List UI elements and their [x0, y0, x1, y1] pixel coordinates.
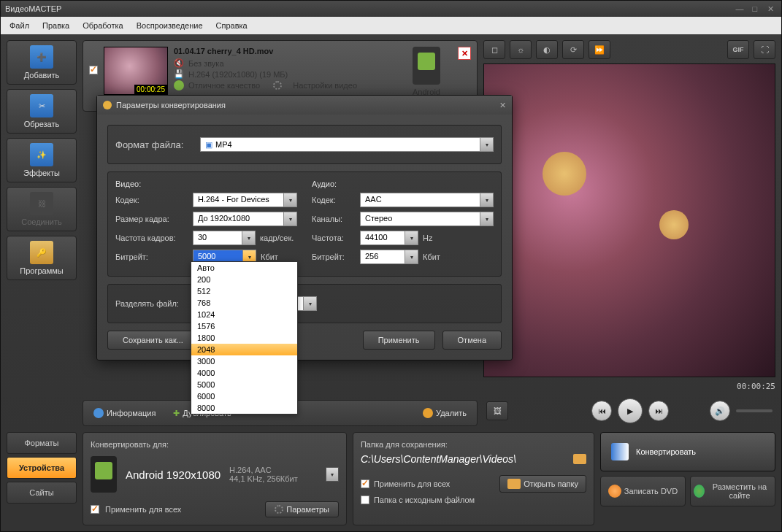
minimize-icon[interactable]: — [733, 4, 746, 13]
menu-file[interactable]: Файл [4, 19, 35, 32]
sidebar-trim[interactable]: ✂Обрезать [7, 89, 77, 134]
format-combo[interactable]: ▣MP4 [200, 137, 480, 152]
v-codec-combo[interactable]: H.264 - For Devices [193, 193, 284, 207]
video-preview[interactable] [483, 63, 775, 377]
file-checkbox[interactable] [89, 66, 98, 74]
convert-button[interactable]: Конвертировать [600, 432, 775, 471]
params-button[interactable]: Параметры [265, 501, 339, 517]
v-fps-dropdown-button[interactable]: ▾ [242, 231, 256, 245]
info-button[interactable]: Информация [88, 405, 161, 421]
apply-all-checkbox[interactable] [91, 505, 99, 514]
sidebar-join: ⛓Соединить [7, 187, 77, 231]
device-spec1: H.264, AAC [229, 466, 298, 474]
dropdown-option[interactable]: 1024 [191, 309, 297, 320]
dropdown-option[interactable]: 6000 [191, 390, 297, 402]
a-freq-dropdown-button[interactable]: ▾ [405, 231, 418, 245]
contrast-icon[interactable]: ◐ [536, 40, 558, 59]
tab-devices[interactable]: Устройства [7, 457, 77, 479]
a-bitrate-combo[interactable]: 256 [360, 250, 405, 264]
device-dropdown-button[interactable]: ▾ [326, 467, 339, 482]
a-codec-combo[interactable]: AAC [360, 193, 480, 207]
open-folder-button[interactable]: Открыть папку [499, 475, 586, 493]
play-button[interactable]: ▶ [618, 398, 643, 423]
a-bitrate-dropdown-button[interactable]: ▾ [405, 250, 418, 264]
prev-button[interactable]: ⏮ [591, 401, 612, 421]
volume-button[interactable]: 🔊 [710, 401, 730, 421]
rotate-icon[interactable]: ⟳ [562, 40, 584, 59]
menu-help[interactable]: Справка [210, 19, 253, 32]
quality-icon [174, 80, 184, 90]
tab-formats[interactable]: Форматы [7, 432, 77, 454]
dialog-title: Параметры конвертирования [116, 101, 226, 109]
apply-all2-checkbox[interactable] [361, 479, 369, 488]
dropdown-option[interactable]: 8000 [191, 402, 297, 414]
a-freq-combo[interactable]: 44100 [360, 231, 405, 245]
dropdown-option[interactable]: 512 [191, 285, 297, 297]
cancel-button[interactable]: Отмена [442, 331, 502, 350]
a-bitrate-unit: Кбит [423, 252, 459, 261]
app-title: ВидеоМАСТЕР [5, 4, 61, 13]
sidebar-add-label: Добавить [24, 71, 60, 80]
speed-icon[interactable]: ⏩ [589, 40, 610, 59]
film-add-icon: ➕ [30, 45, 53, 69]
disk-icon: 💾 [174, 69, 184, 79]
v-fps-combo[interactable]: 30 [193, 231, 242, 245]
next-button[interactable]: ⏭ [648, 401, 669, 421]
crop-icon[interactable]: ◻ [483, 40, 505, 59]
dropdown-option[interactable]: 3000 [191, 355, 297, 367]
gif-button[interactable]: GIF [727, 40, 749, 59]
bitrate-dropdown-list[interactable]: Авто200512768102415761800204830004000500… [191, 261, 298, 415]
sidebar-programs[interactable]: 🔑Программы [7, 236, 77, 280]
dropdown-option[interactable]: 768 [191, 297, 297, 309]
menu-process[interactable]: Обработка [77, 19, 129, 32]
sidebar-programs-label: Программы [20, 266, 63, 275]
a-channels-dropdown-button[interactable]: ▾ [480, 212, 494, 226]
burn-dvd-button[interactable]: Записать DVD [600, 476, 686, 506]
split-dropdown-button[interactable]: ▾ [304, 296, 317, 311]
a-channels-combo[interactable]: Стерео [360, 212, 480, 226]
v-size-combo[interactable]: До 1920x1080 [193, 212, 284, 226]
v-codec-dropdown-button[interactable]: ▾ [284, 193, 297, 207]
volume-slider[interactable] [736, 409, 773, 412]
close-icon[interactable]: ✕ [764, 4, 777, 14]
maximize-icon[interactable]: □ [748, 4, 762, 13]
delete-button[interactable]: Удалить [417, 405, 472, 421]
mute-icon: 🔇 [174, 58, 184, 68]
menu-edit[interactable]: Правка [37, 19, 75, 32]
browse-folder-button[interactable] [573, 454, 586, 464]
file-settings[interactable]: Настройки видео [293, 81, 357, 90]
apply-all-label: Применить для всех [105, 505, 181, 514]
same-folder-checkbox[interactable] [361, 496, 369, 504]
file-duration: 00:00:25 [134, 85, 167, 94]
format-dropdown-button[interactable]: ▾ [480, 137, 494, 152]
key-icon: 🔑 [30, 241, 53, 264]
gear-icon [273, 81, 282, 90]
dropdown-option[interactable]: 1576 [191, 320, 297, 332]
dialog-close-button[interactable]: ✕ [499, 101, 506, 110]
dropdown-option[interactable]: Авто [191, 262, 297, 274]
dropdown-option[interactable]: 4000 [191, 367, 297, 379]
convert-for-label: Конвертировать для: [91, 440, 339, 449]
publish-button[interactable]: Разместить на сайте [690, 476, 775, 506]
dropdown-option[interactable]: 5000 [191, 379, 297, 390]
gear-icon [275, 505, 283, 514]
save-as-button[interactable]: Сохранить как... [107, 331, 199, 350]
tab-sites[interactable]: Сайты [7, 482, 77, 504]
apply-button[interactable]: Применить [363, 331, 435, 350]
mp4-icon: ▣ [205, 140, 212, 150]
fullscreen-icon[interactable]: ⛶ [754, 40, 775, 59]
minus-icon [423, 408, 433, 418]
file-thumbnail[interactable]: 00:00:25 [104, 47, 168, 95]
snapshot-button[interactable]: 🖼 [486, 401, 508, 420]
brightness-icon[interactable]: ☼ [510, 40, 532, 59]
v-size-dropdown-button[interactable]: ▾ [284, 212, 297, 226]
dropdown-option[interactable]: 1800 [191, 332, 297, 344]
file-audio: Без звука [188, 59, 224, 68]
remove-file-button[interactable]: ✕ [458, 47, 471, 60]
sidebar-effects[interactable]: ✨Эффекты [7, 138, 77, 182]
dropdown-option[interactable]: 2048 [191, 344, 297, 355]
dropdown-option[interactable]: 200 [191, 274, 297, 285]
a-codec-dropdown-button[interactable]: ▾ [480, 193, 494, 207]
sidebar-add[interactable]: ➕Добавить [7, 40, 77, 85]
menu-playback[interactable]: Воспроизведение [131, 19, 209, 32]
